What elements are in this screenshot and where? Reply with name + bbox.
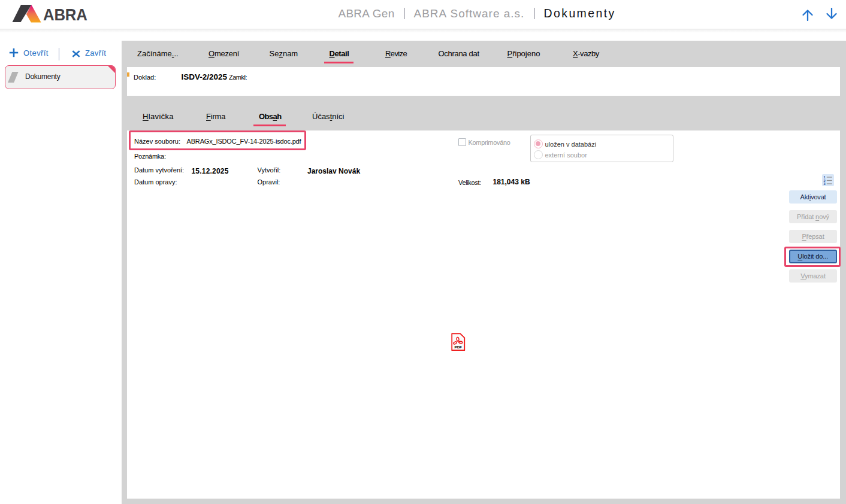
svg-text:PDF: PDF: [455, 345, 463, 349]
